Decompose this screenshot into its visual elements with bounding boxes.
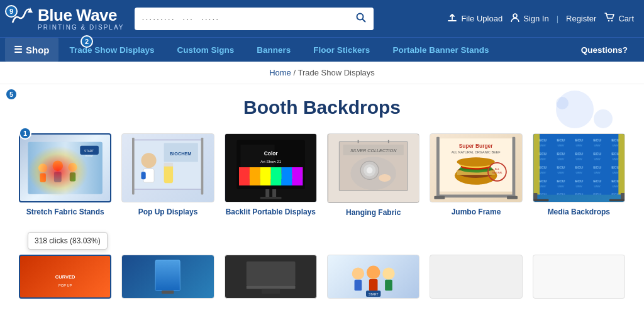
svg-rect-26 bbox=[201, 138, 204, 194]
nav-bar: ☰ Shop Trade Show Displays Custom Signs … bbox=[0, 37, 644, 62]
badge-2: 2 bbox=[80, 35, 93, 48]
badge-5: 5 bbox=[5, 88, 18, 101]
svg-text:START: START bbox=[369, 293, 378, 296]
product-image-fabric: SILVER COLLECTION bbox=[327, 133, 419, 203]
product-card-curved[interactable]: CURVED POP UP bbox=[19, 255, 111, 304]
nav-banners[interactable]: Banners bbox=[245, 39, 302, 61]
search-button[interactable] bbox=[348, 8, 374, 30]
svg-line-2 bbox=[362, 19, 365, 21]
cart-action[interactable]: Cart bbox=[604, 12, 634, 26]
file-upload-action[interactable]: File Upload bbox=[447, 12, 502, 26]
search-input[interactable] bbox=[135, 9, 348, 29]
svg-text:POP UP: POP UP bbox=[58, 284, 72, 287]
svg-point-4 bbox=[608, 19, 609, 21]
product-card-tabletop[interactable] bbox=[225, 255, 317, 304]
svg-point-97 bbox=[382, 267, 394, 279]
search-bar[interactable] bbox=[135, 8, 374, 30]
product-grid: 1 bbox=[19, 133, 625, 217]
breadcrumb-current: Trade Show Displays bbox=[297, 68, 374, 77]
product-card-popup[interactable]: BIOCHEM Pop Up Displays bbox=[121, 133, 214, 217]
svg-point-3 bbox=[513, 14, 517, 18]
nav-items: Trade Show Displays Custom Signs Banners… bbox=[58, 39, 570, 61]
hamburger-icon: ☰ bbox=[14, 44, 22, 55]
svg-rect-36 bbox=[270, 167, 281, 185]
tooltip-box: 318 clicks (83.03%) bbox=[28, 232, 108, 250]
svg-point-12 bbox=[68, 163, 77, 172]
product-card-fabric[interactable]: SILVER COLLECTION Hanging Fabric bbox=[327, 133, 419, 217]
register-label: Register bbox=[566, 14, 596, 23]
cart-icon bbox=[604, 12, 615, 26]
header: Blue Wave PRINTING & DISPLAY 2 bbox=[0, 0, 644, 37]
svg-text:ALL: ALL bbox=[495, 167, 500, 170]
register-action[interactable]: Register bbox=[566, 14, 596, 23]
svg-rect-43 bbox=[260, 197, 281, 199]
svg-rect-33 bbox=[239, 167, 250, 185]
svg-rect-22 bbox=[142, 172, 146, 179]
product-label-media: Media Backdrops bbox=[548, 207, 610, 216]
product-card-media[interactable]: ECU UNIV Me bbox=[533, 133, 625, 217]
product-card-backlit[interactable]: Color Art Show 21 Backlit Portable Displ… bbox=[225, 133, 317, 217]
svg-rect-69 bbox=[436, 137, 440, 197]
badge-9: 9 bbox=[5, 5, 18, 18]
product-card-p6[interactable] bbox=[533, 255, 625, 304]
svg-text:Art Show 21: Art Show 21 bbox=[260, 160, 281, 163]
svg-text:NATURAL: NATURAL bbox=[492, 172, 502, 174]
brand-sub: PRINTING & DISPLAY bbox=[38, 24, 125, 31]
shop-label: Shop bbox=[26, 45, 50, 55]
svg-text:SILVER COLLECTION: SILVER COLLECTION bbox=[350, 148, 397, 153]
logo-area[interactable]: Blue Wave PRINTING & DISPLAY bbox=[10, 5, 125, 32]
svg-point-93 bbox=[352, 267, 364, 279]
svg-point-52 bbox=[379, 174, 391, 182]
shop-menu[interactable]: ☰ Shop bbox=[5, 38, 58, 62]
product-card-retractable[interactable] bbox=[121, 255, 214, 304]
product-card-jumbo[interactable]: Super Burger ALL NATURAL ORGANIC BEEF AL… bbox=[430, 133, 522, 217]
product-label-popup: Pop Up Displays bbox=[138, 207, 198, 216]
svg-rect-83 bbox=[533, 199, 548, 202]
product-image-jumbo: Super Burger ALL NATURAL ORGANIC BEEF AL… bbox=[430, 133, 522, 202]
svg-text:TODAY: TODAY bbox=[85, 154, 94, 157]
breadcrumb-home[interactable]: Home bbox=[269, 68, 291, 77]
header-actions: File Upload Sign In | Register bbox=[447, 12, 634, 26]
svg-text:CURVED: CURVED bbox=[55, 274, 75, 279]
svg-rect-72 bbox=[435, 196, 445, 199]
product-card-p5[interactable] bbox=[430, 255, 522, 304]
svg-rect-34 bbox=[250, 167, 260, 185]
svg-point-51 bbox=[367, 167, 373, 174]
product-image-partial-3 bbox=[225, 255, 317, 299]
sign-in-action[interactable]: Sign In bbox=[510, 13, 548, 25]
nav-portable-banners[interactable]: Portable Banner Stands bbox=[381, 39, 500, 61]
product-image-partial-5 bbox=[430, 255, 522, 299]
svg-text:Super Burger: Super Burger bbox=[459, 143, 494, 149]
nav-floor-stickers[interactable]: Floor Stickers bbox=[302, 39, 381, 61]
svg-point-10 bbox=[53, 160, 64, 171]
nav-questions[interactable]: Questions? bbox=[570, 39, 639, 61]
svg-rect-96 bbox=[369, 279, 378, 290]
main-content: Booth Backdrops 1 bbox=[0, 84, 644, 315]
svg-rect-13 bbox=[70, 172, 75, 181]
nav-trade-show[interactable]: Trade Show Displays bbox=[58, 39, 166, 61]
product-image-stretch: START TODAY bbox=[19, 133, 111, 202]
product-image-partial-6 bbox=[533, 255, 625, 299]
product-image-backlit: Color Art Show 21 bbox=[225, 133, 317, 202]
product-card-stretch[interactable]: START TODAY Stretch Fabric Stands bbox=[19, 133, 111, 217]
page-title: Booth Backdrops bbox=[19, 97, 625, 118]
svg-rect-91 bbox=[246, 285, 295, 289]
svg-rect-38 bbox=[292, 167, 303, 185]
cart-label: Cart bbox=[618, 14, 634, 23]
svg-rect-25 bbox=[132, 138, 135, 194]
svg-rect-78 bbox=[533, 134, 625, 194]
svg-text:Color: Color bbox=[264, 150, 278, 157]
svg-rect-88 bbox=[156, 260, 180, 290]
svg-rect-84 bbox=[609, 199, 625, 202]
breadcrumb-bar: Home / Trade Show Displays bbox=[0, 62, 644, 84]
badge-1: 1 bbox=[19, 127, 31, 140]
svg-rect-79 bbox=[533, 134, 540, 194]
svg-rect-89 bbox=[162, 290, 174, 294]
upload-icon bbox=[447, 12, 458, 26]
product-grid-row2: CURVED POP UP bbox=[19, 255, 625, 304]
product-card-event[interactable]: START bbox=[327, 255, 419, 304]
nav-custom-signs[interactable]: Custom Signs bbox=[166, 39, 246, 61]
svg-rect-90 bbox=[246, 261, 295, 285]
svg-rect-92 bbox=[262, 289, 280, 294]
svg-rect-23 bbox=[164, 164, 173, 183]
